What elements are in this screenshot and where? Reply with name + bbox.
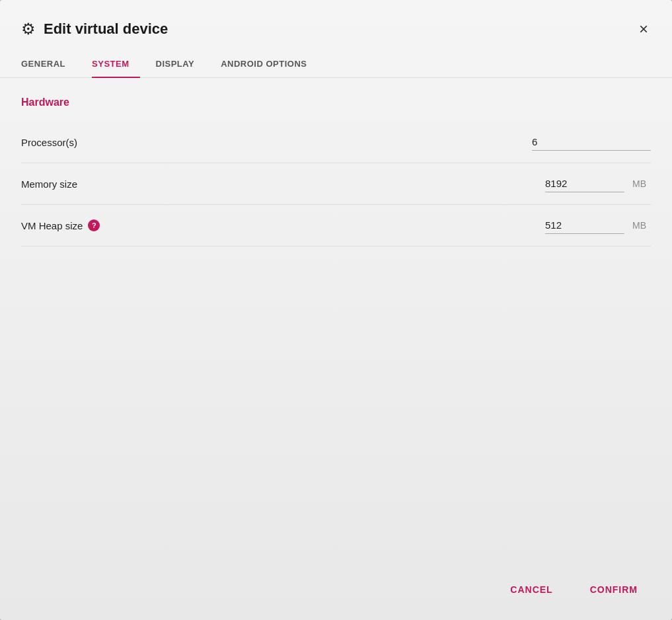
memory-size-input-group: MB: [545, 175, 651, 192]
vm-heap-size-input[interactable]: [545, 217, 624, 234]
dialog-footer: CANCEL CONFIRM: [0, 564, 672, 620]
tab-content-system: Hardware Processor(s) Memory size MB VM …: [0, 78, 672, 564]
vm-heap-size-input-group: MB: [545, 217, 651, 234]
confirm-button[interactable]: CONFIRM: [577, 578, 651, 601]
close-button[interactable]: ×: [636, 19, 651, 40]
field-row-memory-size: Memory size MB: [21, 163, 651, 204]
vm-heap-size-unit: MB: [632, 220, 651, 231]
close-icon: ×: [639, 21, 648, 37]
dialog-title-row: ⚙ Edit virtual device: [21, 20, 168, 38]
vm-heap-size-label: VM Heap size ?: [21, 219, 100, 231]
cancel-button[interactable]: CANCEL: [497, 578, 566, 601]
tab-general[interactable]: GENERAL: [21, 51, 76, 78]
gear-icon: ⚙: [21, 20, 36, 38]
field-row-vm-heap-size: VM Heap size ? MB: [21, 205, 651, 246]
tab-android-options[interactable]: ANDROID OPTIONS: [221, 51, 317, 78]
tab-display[interactable]: DISPLAY: [156, 51, 205, 78]
tab-system[interactable]: SYSTEM: [92, 51, 139, 78]
vm-heap-size-help-icon[interactable]: ?: [88, 219, 100, 231]
field-row-processors: Processor(s): [21, 122, 651, 163]
processors-label: Processor(s): [21, 137, 77, 148]
memory-size-unit: MB: [632, 178, 651, 189]
tab-bar: GENERAL SYSTEM DISPLAY ANDROID OPTIONS: [0, 50, 672, 78]
edit-virtual-device-dialog: ⚙ Edit virtual device × GENERAL SYSTEM D…: [0, 0, 672, 620]
memory-size-label: Memory size: [21, 178, 77, 190]
processors-input[interactable]: [532, 134, 651, 151]
dialog-title: Edit virtual device: [44, 20, 168, 38]
memory-size-input[interactable]: [545, 175, 624, 192]
divider-3: [21, 246, 651, 247]
hardware-section-title: Hardware: [21, 97, 651, 108]
dialog-header: ⚙ Edit virtual device ×: [0, 0, 672, 50]
